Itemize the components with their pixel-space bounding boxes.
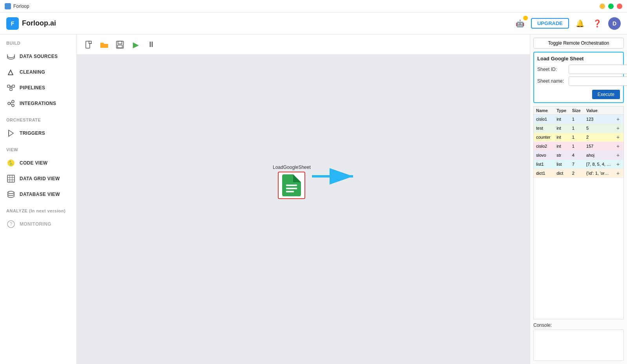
add-var-button[interactable]: +: [616, 143, 620, 149]
var-type: int: [554, 133, 569, 142]
data-sources-label: DATA SOURCES: [20, 54, 58, 59]
main-layout: BUILD DATA SOURCES CLEANING PIPELINES IN…: [0, 34, 627, 364]
integrations-icon: [6, 99, 16, 108]
svg-rect-14: [7, 175, 14, 182]
table-row[interactable]: cislo2 int 1 157 +: [534, 142, 623, 151]
var-add[interactable]: +: [613, 160, 623, 169]
var-type: int: [554, 124, 569, 133]
app-icon: [5, 3, 11, 9]
database-view-label: DATABASE VIEW: [20, 192, 60, 197]
ai-icon-wrapper: 🤖: [514, 17, 526, 30]
sidebar-item-database-view[interactable]: DATABASE VIEW: [0, 187, 76, 202]
minimize-button[interactable]: [600, 4, 605, 9]
view-section-label: VIEW: [0, 147, 76, 155]
var-add[interactable]: +: [613, 142, 623, 151]
toggle-remote-button[interactable]: Toggle Remote Orchestration: [533, 38, 624, 49]
console-section: Console:: [533, 322, 624, 361]
var-add[interactable]: +: [613, 151, 623, 160]
table-row[interactable]: counter int 1 2 +: [534, 133, 623, 142]
var-add[interactable]: +: [613, 169, 623, 178]
sidebar: BUILD DATA SOURCES CLEANING PIPELINES IN…: [0, 34, 77, 364]
svg-line-11: [10, 103, 12, 105]
sheet-id-label: Sheet ID:: [537, 67, 569, 72]
sidebar-item-pipelines[interactable]: PIPELINES: [0, 80, 76, 96]
table-row[interactable]: cislo1 int 1 123 +: [534, 115, 623, 124]
sheet-name-input[interactable]: [569, 76, 627, 86]
data-grid-icon: [6, 174, 16, 183]
pause-button[interactable]: ⏸: [144, 38, 158, 52]
monitoring-label: MONITORING: [20, 221, 51, 227]
node-label: LoadGoogleSheet: [273, 165, 311, 170]
topbar-right: 🤖 UPGRADE 🔔 ❓ D: [514, 17, 621, 30]
svg-text:?: ?: [10, 221, 13, 227]
svg-line-10: [10, 102, 12, 104]
close-button[interactable]: [617, 4, 622, 9]
orchestrate-section-label: ORCHESTRATE: [0, 118, 76, 125]
console-output: [533, 330, 624, 361]
add-var-button[interactable]: +: [616, 152, 620, 158]
add-var-button[interactable]: +: [616, 125, 620, 131]
table-row[interactable]: list1 list 7 [7, 8, 5, 4, 9, ... +: [534, 160, 623, 169]
integrations-label: INTEGRATIONS: [20, 101, 56, 106]
user-avatar[interactable]: D: [608, 17, 621, 30]
var-name: slovo: [534, 151, 554, 160]
sidebar-item-code-view[interactable]: 🐍 CODE VIEW: [0, 155, 76, 171]
table-row[interactable]: slovo str 4 ahoj +: [534, 151, 623, 160]
save-button[interactable]: [113, 38, 127, 52]
sidebar-item-integrations[interactable]: INTEGRATIONS: [0, 96, 76, 111]
data-grid-label: DATA GRID VIEW: [20, 176, 60, 181]
svg-rect-29: [286, 185, 297, 186]
data-sources-icon: [6, 52, 16, 61]
upgrade-button[interactable]: UPGRADE: [531, 18, 569, 29]
var-name: test: [534, 124, 554, 133]
sheet-name-label: Sheet name:: [537, 78, 569, 84]
analyze-section-label: ANALYZE (In next version): [0, 208, 76, 216]
svg-rect-3: [12, 85, 14, 87]
svg-point-19: [8, 191, 14, 194]
notifications-button[interactable]: 🔔: [574, 17, 586, 30]
var-value: [7, 8, 5, 4, 9, ...: [584, 160, 613, 169]
col-name: Name: [534, 107, 554, 115]
table-row[interactable]: dict1 dict 2 {'id': 1, 'order ... +: [534, 169, 623, 178]
var-add[interactable]: +: [613, 133, 623, 142]
node-box[interactable]: [278, 172, 305, 199]
add-var-button[interactable]: +: [616, 134, 620, 140]
svg-point-7: [8, 102, 10, 105]
cleaning-label: CLEANING: [20, 69, 45, 75]
run-button[interactable]: ▶: [129, 38, 143, 52]
var-type: str: [554, 151, 569, 160]
variables-table: Name Type Size Value cislo1 int 1 123 + …: [534, 107, 623, 178]
logo-text: Forloop.ai: [22, 19, 56, 27]
open-button[interactable]: [97, 38, 111, 52]
svg-rect-2: [7, 85, 10, 87]
build-section-label: BUILD: [0, 41, 76, 49]
maximize-button[interactable]: [608, 4, 614, 9]
var-size: 2: [570, 169, 584, 178]
var-value: 123: [584, 115, 613, 124]
var-size: 7: [570, 160, 584, 169]
add-var-button[interactable]: +: [616, 161, 620, 167]
sidebar-item-data-sources[interactable]: DATA SOURCES: [0, 49, 76, 64]
execute-button[interactable]: Execute: [592, 90, 620, 99]
sidebar-item-cleaning[interactable]: CLEANING: [0, 64, 76, 80]
col-actions: [613, 107, 623, 115]
table-row[interactable]: test int 1 5 +: [534, 124, 623, 133]
sheet-id-input[interactable]: [569, 65, 627, 74]
sidebar-item-monitoring[interactable]: ? MONITORING: [0, 216, 76, 232]
canvas[interactable]: LoadGoogleSheet: [77, 55, 530, 364]
sidebar-item-data-grid[interactable]: DATA GRID VIEW: [0, 171, 76, 187]
help-button[interactable]: ❓: [591, 17, 603, 30]
var-value: 157: [584, 142, 613, 151]
var-add[interactable]: +: [613, 115, 623, 124]
sidebar-item-triggers[interactable]: TRIGGERS: [0, 125, 76, 141]
var-size: 4: [570, 151, 584, 160]
var-add[interactable]: +: [613, 124, 623, 133]
svg-rect-23: [89, 41, 91, 43]
var-type: int: [554, 115, 569, 124]
logo-icon: F: [6, 17, 19, 30]
add-var-button[interactable]: +: [616, 116, 620, 122]
add-var-button[interactable]: +: [616, 170, 620, 176]
var-type: list: [554, 160, 569, 169]
new-file-button[interactable]: [82, 38, 96, 52]
canvas-node[interactable]: LoadGoogleSheet: [273, 165, 311, 199]
